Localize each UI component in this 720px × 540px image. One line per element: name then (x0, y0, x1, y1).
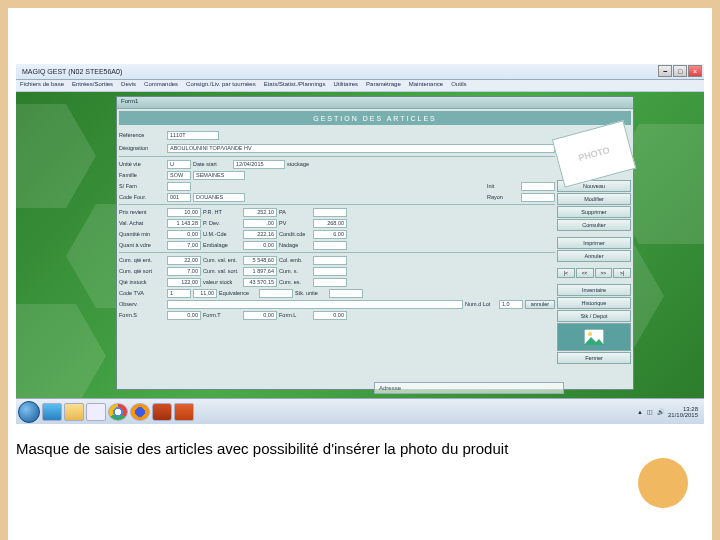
calculator-icon[interactable] (86, 403, 106, 421)
fermer-button[interactable]: Fermer (557, 352, 631, 364)
cum-q-sort-label: Cum. qté sort (119, 268, 165, 274)
code-tva-pct-field[interactable]: 11,00 (193, 289, 217, 298)
pr-ht-label: P.R. HT (203, 209, 241, 215)
stk-unite-field[interactable] (329, 289, 363, 298)
stk-depot-button[interactable]: Stk / Depot (557, 310, 631, 322)
prix-rev-field[interactable]: 10,00 (167, 208, 201, 217)
designation-field[interactable]: ABOULOUNINI TOP/VIANDE HV (167, 144, 555, 153)
photo-thumbnail[interactable] (557, 323, 631, 351)
menu-item[interactable]: Etats/Statist./Plannings (264, 81, 326, 90)
annuler-lot-button[interactable]: annuler (525, 300, 555, 309)
form-l-field[interactable]: 0,00 (313, 311, 347, 320)
pxdev-label: P. Dev. (203, 220, 241, 226)
inventaire-button[interactable]: Inventaire (557, 284, 631, 296)
sfam-field[interactable] (167, 182, 191, 191)
cond-field[interactable]: 6,00 (313, 230, 347, 239)
reference-field[interactable]: 1110T (167, 131, 219, 140)
codefour-field[interactable]: 001 (167, 193, 191, 202)
annuler-button[interactable]: Annuler (557, 250, 631, 262)
stockage-label: stockage (287, 161, 325, 167)
nadage-field[interactable] (313, 241, 347, 250)
app-icon[interactable] (152, 403, 172, 421)
menu-item[interactable]: Outils (451, 81, 466, 90)
historique-button[interactable]: Historique (557, 297, 631, 309)
tray-icon[interactable]: ▲ (637, 409, 643, 415)
pxdev-field[interactable]: ,00 (243, 219, 277, 228)
imprimer-button[interactable]: Imprimer (557, 237, 631, 249)
cum-val-ent-field[interactable]: 5 548,60 (243, 256, 277, 265)
form-t-field[interactable]: 0,00 (243, 311, 277, 320)
unite-label: Unité vte (119, 161, 165, 167)
pa-field[interactable] (313, 208, 347, 217)
menu-item[interactable]: Consign./Liv. par tournées (186, 81, 256, 90)
stk-unite-label: Stk. unite (295, 290, 327, 296)
menu-item[interactable]: Entrées/Sorties (72, 81, 113, 90)
val-achat-field[interactable]: 1 143,28 (167, 219, 201, 228)
qte-instock-label: Qté instock (119, 279, 165, 285)
powerpoint-icon[interactable] (174, 403, 194, 421)
photo-placeholder[interactable]: PHOTO (552, 120, 636, 187)
rayon-field[interactable] (521, 193, 555, 202)
menu-item[interactable]: Commandes (144, 81, 178, 90)
minimize-button[interactable]: ‒ (658, 65, 672, 77)
volume-icon[interactable]: 🔊 (657, 408, 664, 415)
cum-q-sort-field[interactable]: 7,00 (167, 267, 201, 276)
accent-circle (638, 458, 688, 508)
modifier-button[interactable]: Modifier (557, 193, 631, 205)
slide-caption: Masque de saisie des articles avec possi… (16, 440, 704, 457)
menu-item[interactable]: Utilitaires (333, 81, 358, 90)
famille-field[interactable]: SOW (167, 171, 191, 180)
pr-ht-field[interactable]: 252,10 (243, 208, 277, 217)
cond-label: Condit.cde (279, 231, 311, 237)
cum-es-field[interactable] (313, 278, 347, 287)
chrome-icon[interactable] (108, 403, 128, 421)
inner-titlebar[interactable]: Form1 (117, 97, 633, 109)
unite-field[interactable]: U (167, 160, 191, 169)
qte-vte-field[interactable]: 7,00 (167, 241, 201, 250)
equiv-field[interactable] (259, 289, 293, 298)
menu-item[interactable]: Fichiers de base (20, 81, 64, 90)
sfam-label: S/ Fam (119, 183, 165, 189)
form-s-label: Form.S (119, 312, 165, 318)
num-lot-label: Num.d Lot (465, 301, 497, 307)
umo-field[interactable]: 222,16 (243, 230, 277, 239)
menu-item[interactable]: Maintenance (409, 81, 443, 90)
pv-field[interactable]: 268,00 (313, 219, 347, 228)
network-icon[interactable]: ◫ (647, 408, 653, 415)
init-field[interactable] (521, 182, 555, 191)
window-titlebar[interactable]: MAGIQ GEST (N02 STEE56A0) ‒ □ × (16, 64, 704, 80)
codefour-desc-field: DOUANES (193, 193, 245, 202)
embal-field[interactable]: 0,00 (243, 241, 277, 250)
start-button[interactable] (18, 401, 40, 423)
col-emb-field[interactable] (313, 256, 347, 265)
nav-first-button[interactable]: |< (557, 268, 575, 278)
nav-last-button[interactable]: >| (613, 268, 631, 278)
menu-item[interactable]: Devis (121, 81, 136, 90)
observ-field[interactable] (167, 300, 463, 309)
num-lot-field[interactable]: 1,0 (499, 300, 523, 309)
tray-date: 21/10/2015 (668, 412, 698, 418)
qte-instock-field[interactable]: 122,00 (167, 278, 201, 287)
cum-q-ent-field[interactable]: 22,00 (167, 256, 201, 265)
supprimer-button[interactable]: Supprimer (557, 206, 631, 218)
code-tva-field[interactable]: 1 (167, 289, 191, 298)
equiv-label: Equivalence (219, 290, 257, 296)
date-start-field[interactable]: 12/04/2015 (233, 160, 285, 169)
nav-next-button[interactable]: >> (595, 268, 613, 278)
cum-val-sort-field[interactable]: 1 897,64 (243, 267, 277, 276)
system-tray[interactable]: ▲ ◫ 🔊 13:28 21/10/2015 (637, 406, 702, 418)
firefox-icon[interactable] (130, 403, 150, 421)
val-stock-field[interactable]: 43 570,15 (243, 278, 277, 287)
maximize-button[interactable]: □ (673, 65, 687, 77)
close-button[interactable]: × (688, 65, 702, 77)
ie-icon[interactable] (42, 403, 62, 421)
consulter-button[interactable]: Consulter (557, 219, 631, 231)
address-bar[interactable]: Adresse (374, 382, 564, 394)
qte-min-field[interactable]: 0,00 (167, 230, 201, 239)
cum-s-field[interactable] (313, 267, 347, 276)
explorer-icon[interactable] (64, 403, 84, 421)
nav-prev-button[interactable]: << (576, 268, 594, 278)
form-t-label: Form.T (203, 312, 241, 318)
menu-item[interactable]: Paramétrage (366, 81, 401, 90)
form-s-field[interactable]: 0,00 (167, 311, 201, 320)
